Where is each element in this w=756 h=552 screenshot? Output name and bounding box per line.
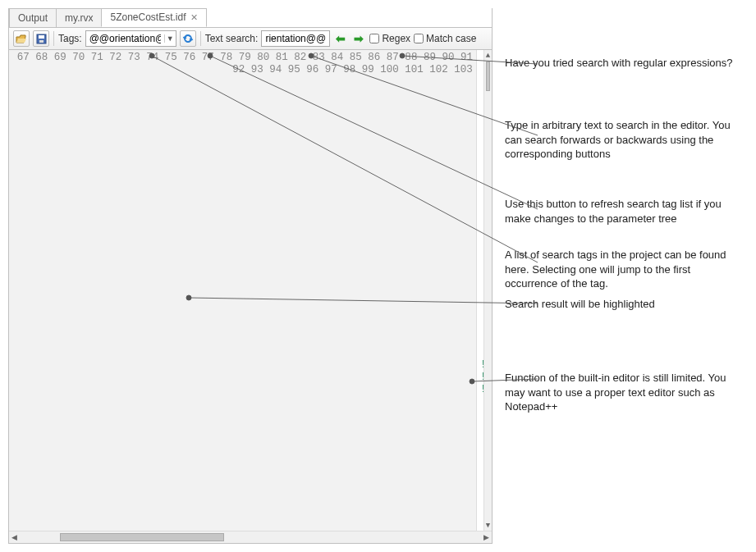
- svg-rect-1: [39, 35, 44, 39]
- text-search-label: Text search:: [205, 33, 259, 44]
- h-scroll-thumb[interactable]: [60, 533, 224, 541]
- code-area[interactable]: 67 68 69 70 71 72 73 74 75 76 77 78 79 8…: [9, 50, 492, 531]
- matchcase-checkbox[interactable]: Match case: [414, 33, 476, 44]
- annotation-text: Function of the built-in editor is still…: [505, 371, 743, 414]
- annotation-text: Use this button to refresh search tag li…: [505, 197, 743, 226]
- chevron-down-icon[interactable]: ▼: [164, 34, 176, 43]
- tags-input[interactable]: [86, 31, 164, 46]
- v-scroll-thumb[interactable]: [486, 62, 490, 91]
- editor-window: Output my.rvx 5ZoneCostEst.idf ✕ Tags: ▼…: [8, 8, 493, 544]
- regex-checkbox[interactable]: Regex: [369, 33, 410, 44]
- refresh-tags-icon[interactable]: [180, 30, 196, 47]
- line-gutter: 67 68 69 70 71 72 73 74 75 76 77 78 79 8…: [9, 50, 477, 531]
- tab-output[interactable]: Output: [9, 8, 57, 27]
- vertical-scrollbar[interactable]: ▲ ▼: [483, 50, 492, 531]
- search-prev-icon[interactable]: ⬅: [333, 31, 348, 46]
- search-next-icon[interactable]: ➡: [351, 31, 366, 46]
- text-search-input[interactable]: [261, 30, 330, 47]
- toolbar: Tags: ▼ Text search: ⬅ ➡ Regex Match cas…: [9, 27, 492, 50]
- tab-myrvx[interactable]: my.rvx: [56, 8, 102, 27]
- open-file-icon[interactable]: [13, 30, 30, 47]
- horizontal-scrollbar[interactable]: ◀ ▶: [9, 531, 492, 543]
- tags-combo[interactable]: ▼: [85, 30, 176, 47]
- code-lines[interactable]: SurfaceConvectionAlgorithm:Inside,TARP; …: [477, 50, 483, 531]
- tags-label: Tags:: [58, 33, 82, 44]
- tabstrip: Output my.rvx 5ZoneCostEst.idf ✕: [9, 8, 492, 27]
- annotation-text: Have you tried search with regular expre…: [505, 56, 732, 71]
- annotation-text: A list of search tags in the project can…: [505, 248, 743, 291]
- save-icon[interactable]: [33, 30, 49, 47]
- annotation-text: Search result will be highlighted: [505, 297, 655, 312]
- svg-rect-2: [39, 40, 44, 43]
- annotation-text: Type in arbitrary text to search in the …: [505, 118, 743, 162]
- tab-5zonecostest[interactable]: 5ZoneCostEst.idf ✕: [101, 8, 206, 27]
- close-icon[interactable]: ✕: [190, 12, 198, 23]
